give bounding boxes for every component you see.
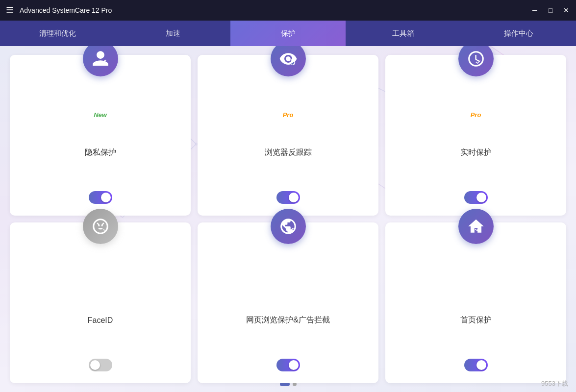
toggle-browser-track[interactable] bbox=[276, 191, 300, 204]
globe-shield-icon bbox=[271, 209, 306, 244]
eye-shield-icon bbox=[271, 46, 306, 76]
tab-clean[interactable]: 清理和优化 bbox=[0, 21, 115, 46]
minimize-button[interactable]: ─ bbox=[531, 6, 539, 14]
title-browser-track: 浏览器反跟踪 bbox=[265, 147, 312, 158]
card-faceid[interactable]: ‌ FaceID bbox=[10, 222, 191, 383]
card-web-protect[interactable]: ‌ 网页浏览保护&广告拦截 bbox=[198, 222, 378, 383]
title-privacy: 隐私保护 bbox=[85, 147, 116, 158]
toggle-realtime[interactable] bbox=[464, 191, 488, 204]
clock-shield-icon bbox=[458, 46, 494, 76]
toggle-faceid[interactable] bbox=[89, 359, 112, 371]
card-icon-wrap-realtime bbox=[458, 46, 494, 76]
tab-tools[interactable]: 工具箱 bbox=[346, 21, 461, 46]
maximize-button[interactable]: □ bbox=[547, 6, 554, 14]
title-realtime: 实时保护 bbox=[460, 147, 492, 158]
card-icon-wrap-home-protect bbox=[458, 209, 494, 244]
badge-realtime: Pro bbox=[471, 110, 481, 120]
toggle-privacy[interactable] bbox=[89, 191, 112, 204]
app-title: Advanced SystemCare 12 Pro bbox=[20, 6, 112, 14]
tab-protect[interactable]: 保护 bbox=[230, 21, 346, 46]
badge-privacy: New bbox=[94, 110, 107, 120]
title-home-protect: 首页保护 bbox=[460, 315, 492, 325]
card-icon-wrap-web-protect bbox=[271, 209, 306, 244]
menu-icon[interactable]: ☰ bbox=[6, 5, 14, 16]
card-icon-wrap-faceid bbox=[83, 209, 118, 244]
titlebar: ☰ Advanced SystemCare 12 Pro ─ □ ✕ bbox=[0, 0, 576, 21]
person-shield-icon bbox=[83, 46, 118, 76]
toggle-web-protect[interactable] bbox=[276, 359, 300, 371]
tab-speed[interactable]: 加速 bbox=[115, 21, 230, 46]
tab-action[interactable]: 操作中心 bbox=[461, 21, 576, 46]
main-content: New 隐私保护 Pro 浏览器反跟踪 bbox=[0, 46, 576, 392]
card-browser-track[interactable]: Pro 浏览器反跟踪 bbox=[198, 55, 378, 216]
window-controls: ─ □ ✕ bbox=[531, 6, 570, 14]
close-button[interactable]: ✕ bbox=[562, 6, 570, 14]
card-realtime[interactable]: Pro 实时保护 bbox=[385, 55, 566, 216]
home-shield-icon bbox=[458, 209, 494, 244]
watermark: 9553下载 bbox=[541, 379, 568, 388]
card-home-protect[interactable]: ‌ 首页保护 bbox=[385, 222, 566, 383]
badge-browser-track: Pro bbox=[283, 110, 294, 120]
navbar: 清理和优化 加速 保护 工具箱 操作中心 bbox=[0, 21, 576, 46]
card-icon-wrap-privacy bbox=[83, 46, 118, 76]
title-web-protect: 网页浏览保护&广告拦截 bbox=[246, 315, 330, 325]
toggle-home-protect[interactable] bbox=[464, 359, 488, 371]
card-icon-wrap-browser-track bbox=[271, 46, 306, 76]
title-faceid: FaceID bbox=[88, 316, 113, 325]
card-privacy[interactable]: New 隐私保护 bbox=[10, 55, 191, 216]
face-id-icon bbox=[83, 209, 118, 244]
cards-grid: New 隐私保护 Pro 浏览器反跟踪 bbox=[10, 55, 566, 383]
